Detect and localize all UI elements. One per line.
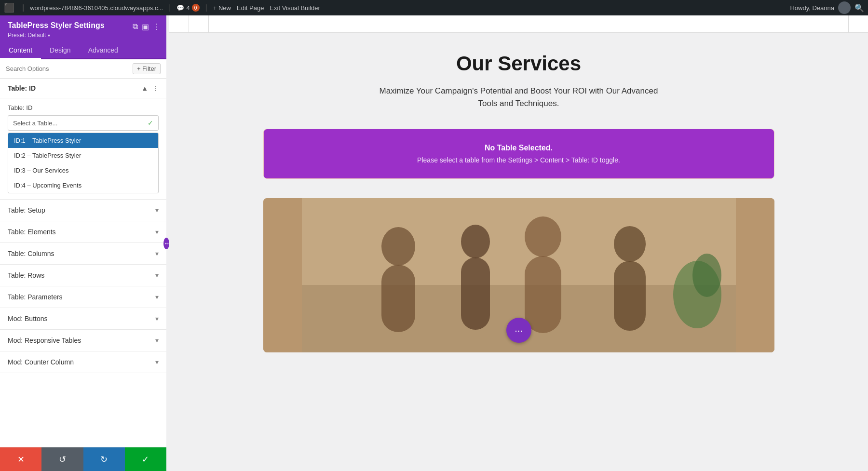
- preset-arrow-icon: ▾: [48, 33, 50, 38]
- cancel-icon: ✕: [17, 454, 25, 465]
- dropdown-item-4[interactable]: ID:4 – Upcoming Events: [8, 178, 158, 193]
- filter-button[interactable]: + Filter: [133, 63, 161, 74]
- content-area: Our Services Maximize Your Campaign's Po…: [169, 15, 868, 471]
- section-table-id-icons: ▲ ⋮: [141, 84, 159, 92]
- svg-rect-10: [614, 261, 646, 331]
- section-table-id-header[interactable]: Table: ID ▲ ⋮: [0, 79, 166, 98]
- tab-design[interactable]: Design: [41, 42, 80, 59]
- exit-visual-builder-link[interactable]: Exit Visual Builder: [270, 4, 320, 12]
- save-button[interactable]: ✓: [125, 447, 166, 471]
- section-table-parameters-title: Table: Parameters: [8, 293, 63, 301]
- left-panel: TablePress Styler Settings Preset: Defau…: [0, 15, 166, 471]
- admin-user-area: Howdy, Deanna 🔍: [790, 1, 864, 14]
- resize-icon: ↔: [163, 238, 169, 249]
- bottom-toolbar: ✕ ↺ ↻ ✓: [0, 447, 166, 471]
- panel-tabs: Content Design Advanced: [0, 42, 166, 59]
- chevron-up-icon: ▲: [141, 84, 148, 92]
- chevron-down-icon: ▾: [155, 358, 159, 366]
- alert-box: No Table Selected. Please select a table…: [263, 129, 774, 179]
- dropdown-menu: ID:1 – TablePress Styler ID:2 – TablePre…: [8, 133, 159, 193]
- table-dropdown-container: Select a Table... ✓ ID:1 – TablePress St…: [8, 115, 159, 193]
- panel-preset[interactable]: Preset: Default ▾: [8, 32, 159, 39]
- section-mod-responsive-title: Mod: Responsive Tables: [8, 336, 81, 344]
- search-icon[interactable]: 🔍: [854, 3, 864, 13]
- svg-point-9: [614, 226, 646, 262]
- avatar[interactable]: [838, 1, 851, 14]
- section-table-columns[interactable]: Table: Columns ▾: [0, 243, 166, 265]
- section-table-id: Table: ID ▲ ⋮ Table: ID Select a Table..…: [0, 79, 166, 200]
- resize-handle[interactable]: ↔: [163, 238, 169, 249]
- section-mod-responsive[interactable]: Mod: Responsive Tables ▾: [0, 330, 166, 351]
- section-table-id-title: Table: ID: [8, 84, 36, 92]
- dropdown-item-1[interactable]: ID:1 – TablePress Styler: [8, 133, 158, 148]
- svg-rect-4: [381, 265, 415, 332]
- section-table-parameters[interactable]: Table: Parameters ▾: [0, 286, 166, 308]
- search-input[interactable]: [6, 65, 129, 72]
- cancel-button[interactable]: ✕: [0, 447, 41, 471]
- svg-rect-8: [525, 256, 561, 333]
- section-mod-counter-title: Mod: Counter Column: [8, 358, 74, 366]
- search-bar: + Filter: [0, 59, 166, 79]
- tab-content[interactable]: Content: [0, 42, 41, 59]
- redo-icon: ↻: [100, 454, 108, 465]
- page-nav-tab-1[interactable]: [169, 15, 189, 32]
- undo-icon: ↺: [59, 454, 66, 465]
- page-nav-right-tab-1[interactable]: [848, 15, 868, 32]
- comment-badge: 0: [192, 4, 200, 12]
- redo-button[interactable]: ↻: [83, 447, 125, 471]
- main-layout: TablePress Styler Settings Preset: Defau…: [0, 15, 868, 471]
- comments-link[interactable]: 💬 4 0: [176, 4, 199, 12]
- chevron-down-icon: ▾: [155, 250, 159, 257]
- section-table-setup[interactable]: Table: Setup ▾: [0, 200, 166, 221]
- edit-page-link[interactable]: Edit Page: [237, 4, 264, 12]
- section-table-rows-title: Table: Rows: [8, 271, 44, 279]
- image-section: ···: [263, 198, 774, 352]
- chevron-down-icon: ▾: [155, 271, 159, 279]
- section-table-id-content: Table: ID Select a Table... ✓ ID:1 – Tab…: [0, 98, 166, 200]
- wp-logo-icon[interactable]: ⬛: [4, 2, 14, 13]
- section-mod-buttons-title: Mod: Buttons: [8, 315, 48, 323]
- table-id-label: Table: ID: [8, 104, 159, 111]
- floating-action-button[interactable]: ···: [506, 318, 531, 343]
- dropdown-check-icon: ✓: [148, 119, 153, 127]
- tab-advanced[interactable]: Advanced: [80, 42, 127, 59]
- svg-point-12: [692, 254, 721, 297]
- page-subheading: Maximize Your Campaign's Potential and B…: [369, 85, 668, 109]
- section-table-setup-title: Table: Setup: [8, 206, 45, 214]
- panel-sections: Table: ID ▲ ⋮ Table: ID Select a Table..…: [0, 79, 166, 447]
- alert-title: No Table Selected.: [283, 144, 755, 152]
- svg-point-7: [525, 216, 561, 257]
- undo-button[interactable]: ↺: [41, 447, 83, 471]
- panel-layout-icon[interactable]: ▣: [142, 22, 149, 31]
- new-link[interactable]: + New: [213, 4, 231, 12]
- dropdown-item-3[interactable]: ID:3 – Our Services: [8, 163, 158, 178]
- page-content: Our Services Maximize Your Campaign's Po…: [254, 33, 784, 362]
- svg-rect-6: [461, 257, 490, 330]
- svg-point-5: [461, 225, 490, 258]
- page-heading: Our Services: [263, 52, 774, 75]
- panel-menu-icon[interactable]: ⋮: [153, 22, 161, 31]
- dots-icon: ···: [515, 325, 523, 336]
- section-table-columns-title: Table: Columns: [8, 250, 54, 257]
- dropdown-item-2[interactable]: ID:2 – TablePress Styler: [8, 148, 158, 163]
- section-menu-icon[interactable]: ⋮: [152, 84, 159, 92]
- comment-icon: 💬: [176, 4, 184, 12]
- page-nav-tab-2[interactable]: [189, 15, 209, 32]
- save-icon: ✓: [142, 454, 149, 465]
- dropdown-trigger[interactable]: Select a Table... ✓: [8, 115, 159, 131]
- section-table-rows[interactable]: Table: Rows ▾: [0, 265, 166, 286]
- chevron-down-icon: ▾: [155, 293, 159, 301]
- dropdown-placeholder: Select a Table...: [13, 120, 57, 127]
- section-table-elements[interactable]: Table: Elements ▾: [0, 221, 166, 243]
- page-nav-right: [848, 15, 868, 32]
- panel-header-icons: ⧉ ▣ ⋮: [133, 22, 161, 31]
- panel-header: TablePress Styler Settings Preset: Defau…: [0, 15, 166, 42]
- section-mod-counter[interactable]: Mod: Counter Column ▾: [0, 351, 166, 373]
- section-mod-buttons[interactable]: Mod: Buttons ▾: [0, 308, 166, 330]
- howdy-label: Howdy, Deanna: [790, 4, 834, 12]
- panel-copy-icon[interactable]: ⧉: [133, 22, 138, 31]
- alert-text: Please select a table from the Settings …: [283, 156, 755, 164]
- site-url[interactable]: wordpress-784896-3610405.cloudwaysapps.c…: [30, 4, 163, 12]
- admin-bar: ⬛ | wordpress-784896-3610405.cloudwaysap…: [0, 0, 868, 15]
- chevron-down-icon: ▾: [155, 336, 159, 344]
